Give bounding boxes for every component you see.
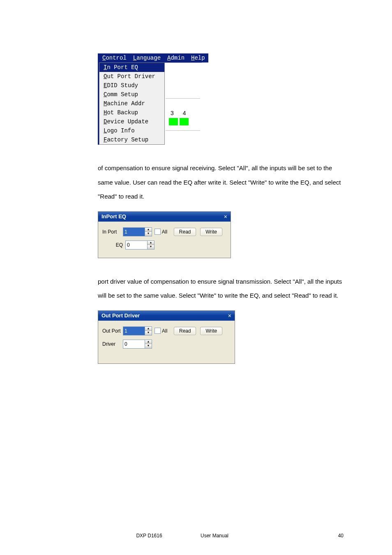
dialog-title-text: Out Port Driver <box>101 312 140 319</box>
driver-spinner[interactable]: ▲▼ <box>123 340 152 349</box>
read-button[interactable]: Read <box>174 327 196 335</box>
all-label: All <box>162 328 167 334</box>
status-box-3 <box>169 118 178 125</box>
menu-bar: Control Language Admin Help <box>99 53 208 62</box>
write-button[interactable]: Write <box>200 327 222 335</box>
footer-page: 40 <box>327 533 344 539</box>
menu-item-logo-info[interactable]: Logo Info <box>99 126 164 135</box>
menu-item-in-port-eq[interactable]: In Port EQ <box>99 63 164 72</box>
all-checkbox[interactable] <box>154 229 161 235</box>
driver-input[interactable] <box>123 340 145 348</box>
close-icon[interactable]: × <box>224 213 227 220</box>
close-icon[interactable]: × <box>228 312 231 319</box>
in-port-label: In Port <box>102 229 123 235</box>
arrow-up-icon[interactable]: ▲ <box>148 241 154 245</box>
spinner-arrows[interactable]: ▲▼ <box>147 241 154 249</box>
out-port-label: Out Port <box>102 328 123 334</box>
status-box-4 <box>180 118 189 125</box>
status-boxes <box>169 118 189 125</box>
footer-title: User Manual <box>201 533 327 539</box>
in-port-input[interactable] <box>123 228 145 236</box>
outport-driver-dialog: Out Port Driver × Out Port ▲▼ All Read W… <box>98 310 235 364</box>
arrow-down-icon[interactable]: ▼ <box>145 232 152 236</box>
dialog-titlebar: InPort EQ × <box>98 212 231 222</box>
arrow-down-icon[interactable]: ▼ <box>145 331 152 335</box>
footer-product: DXP D1616 <box>98 533 201 539</box>
menu-right-panel: 34 <box>165 62 202 145</box>
all-checkbox[interactable] <box>154 328 161 334</box>
dialog-body: Out Port ▲▼ All Read Write Driver ▲▼ <box>98 321 235 363</box>
menu-item-edid-study[interactable]: EDID Study <box>99 81 164 90</box>
menu-item-comm-setup[interactable]: Comm Setup <box>99 90 164 99</box>
paragraph-2: port driver value of compensation to ens… <box>98 275 344 303</box>
arrow-up-icon[interactable]: ▲ <box>145 340 152 345</box>
read-button[interactable]: Read <box>174 228 196 236</box>
spinner-arrows[interactable]: ▲▼ <box>145 340 152 348</box>
in-port-spinner[interactable]: ▲▼ <box>123 227 152 236</box>
page-footer: DXP D1616 User Manual 40 <box>0 533 392 539</box>
arrow-down-icon[interactable]: ▼ <box>145 344 152 348</box>
arrow-down-icon[interactable]: ▼ <box>148 245 154 249</box>
eq-spinner[interactable]: ▲▼ <box>125 240 154 250</box>
eq-input[interactable] <box>126 241 147 249</box>
all-label: All <box>162 229 167 235</box>
menu-bar-admin[interactable]: Admin <box>164 53 188 62</box>
menu-screenshot: Control Language Admin Help In Port EQ O… <box>98 53 208 145</box>
eq-label: EQ <box>102 242 125 248</box>
spinner-arrows[interactable]: ▲▼ <box>145 327 152 335</box>
control-dropdown: In Port EQ Out Port Driver EDID Study Co… <box>99 62 165 145</box>
menu-bar-language[interactable]: Language <box>130 53 164 62</box>
menu-item-device-update[interactable]: Device Update <box>99 117 164 126</box>
driver-label: Driver <box>102 341 123 347</box>
menu-item-machine-addr[interactable]: Machine Addr <box>99 99 164 108</box>
inport-eq-dialog: InPort EQ × In Port ▲▼ All Read Write EQ… <box>98 211 231 258</box>
separator <box>166 130 200 131</box>
menu-bar-control[interactable]: Control <box>99 53 130 62</box>
out-port-input[interactable] <box>123 327 145 335</box>
port-numbers: 34 <box>171 110 195 116</box>
menu-item-hot-backup[interactable]: Hot Backup <box>99 108 164 117</box>
dialog-title-text: InPort EQ <box>101 213 126 220</box>
menu-item-out-port-driver[interactable]: Out Port Driver <box>99 72 164 81</box>
dialog-titlebar: Out Port Driver × <box>98 311 235 321</box>
menu-bar-help[interactable]: Help <box>188 53 208 62</box>
spinner-arrows[interactable]: ▲▼ <box>145 228 152 236</box>
arrow-up-icon[interactable]: ▲ <box>145 327 152 331</box>
out-port-spinner[interactable]: ▲▼ <box>123 326 152 335</box>
dialog-body: In Port ▲▼ All Read Write EQ ▲▼ <box>98 222 231 258</box>
paragraph-1: of compensation to ensure signal receivi… <box>98 161 344 204</box>
menu-item-factory-setup[interactable]: Factory Setup <box>99 135 164 144</box>
write-button[interactable]: Write <box>200 228 222 236</box>
arrow-up-icon[interactable]: ▲ <box>145 228 152 232</box>
separator <box>166 98 200 99</box>
